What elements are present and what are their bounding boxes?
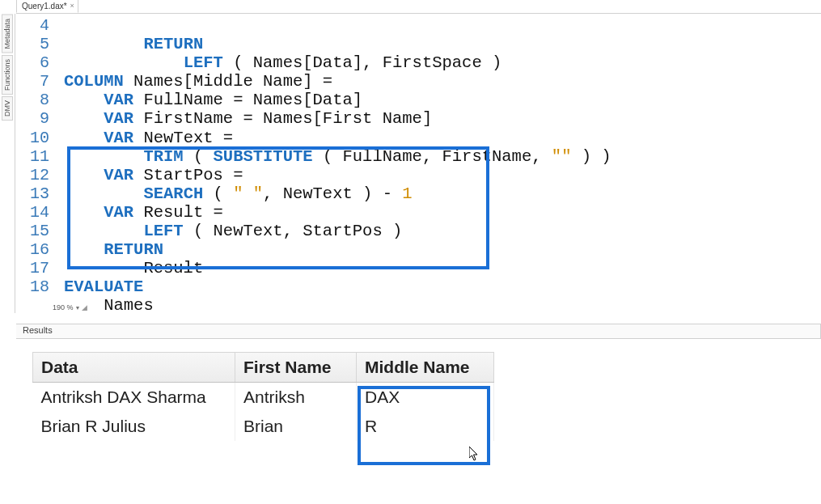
cell-first: Brian [235, 412, 357, 441]
results-panel-title: Results [23, 325, 53, 335]
cell-first: Antriksh [235, 383, 357, 413]
resize-grip-icon: ◢ [82, 303, 87, 311]
close-icon[interactable]: × [70, 0, 74, 12]
cell-data: Brian R Julius [33, 412, 235, 441]
code-editor[interactable]: 456789 1011121314 15161718 RETURN LEFT (… [15, 14, 821, 313]
code-content[interactable]: RETURN LEFT ( Names[Data], FirstSpace ) … [64, 16, 821, 313]
line-number-gutter: 456789 1011121314 15161718 [15, 16, 54, 296]
side-tab-dmv[interactable]: DMV [2, 96, 13, 121]
file-tab-query1[interactable]: Query1.dax* × [16, 0, 78, 13]
table-header-row: Data First Name Middle Name [33, 353, 494, 383]
chevron-down-icon[interactable]: ▼ [75, 305, 81, 311]
cell-middle: R [357, 412, 494, 441]
cell-middle: DAX [357, 383, 494, 413]
cell-data: Antriksh DAX Sharma [33, 383, 235, 413]
cursor-icon [469, 447, 479, 461]
results-panel-header: Results [16, 324, 821, 340]
zoom-value: 190 % [53, 303, 74, 311]
side-tab-metadata[interactable]: Metadata [2, 15, 13, 53]
col-header-first[interactable]: First Name [235, 353, 357, 383]
results-grid[interactable]: Data First Name Middle Name Antriksh DAX… [32, 352, 494, 441]
table-row[interactable]: Antriksh DAX Sharma Antriksh DAX [33, 383, 494, 413]
results-grid-wrap: Data First Name Middle Name Antriksh DAX… [32, 352, 821, 441]
side-tab-functions[interactable]: Functions [2, 55, 13, 95]
side-panel-rail: Metadata Functions DMV [2, 15, 13, 121]
zoom-indicator[interactable]: 190 % ▼ ◢ [53, 303, 87, 311]
col-header-data[interactable]: Data [33, 353, 235, 383]
file-tab-bar: Query1.dax* × [16, 0, 821, 14]
results-panel: Data First Name Middle Name Antriksh DAX… [16, 338, 821, 504]
table-row[interactable]: Brian R Julius Brian R [33, 412, 494, 441]
col-header-middle[interactable]: Middle Name [357, 353, 494, 383]
file-tab-label: Query1.dax* [22, 0, 67, 12]
